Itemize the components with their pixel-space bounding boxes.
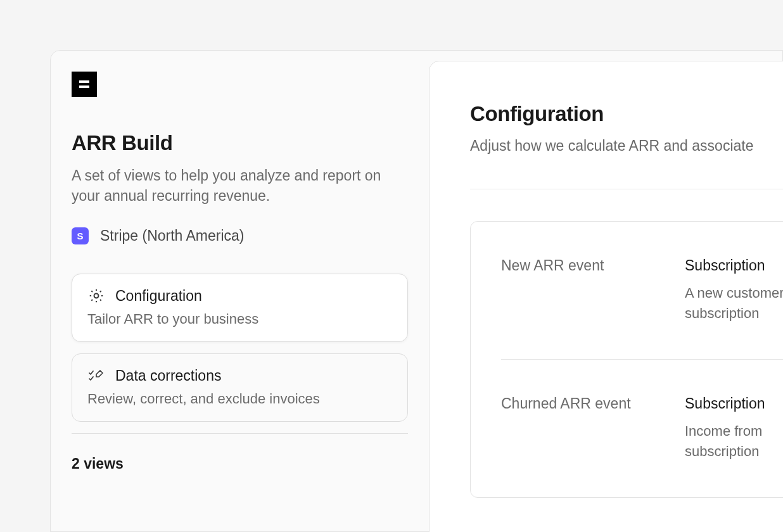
data-source-label: Stripe (North America) bbox=[100, 227, 245, 244]
app-logo[interactable] bbox=[72, 72, 97, 97]
config-row-new-arr: New ARR event Subscription A new custome… bbox=[501, 222, 783, 359]
config-table: New ARR event Subscription A new custome… bbox=[470, 221, 783, 498]
card-subtitle: Tailor ARR to your business bbox=[87, 311, 392, 327]
detail-description: Adjust how we calculate ARR and associat… bbox=[470, 137, 783, 155]
logo-equals-icon bbox=[78, 78, 91, 91]
config-value-title: Subscription bbox=[685, 257, 783, 274]
card-list: Configuration Tailor ARR to your busines… bbox=[72, 274, 408, 422]
left-column: ARR Build A set of views to help you ana… bbox=[51, 51, 429, 531]
config-value-title: Subscription bbox=[685, 395, 783, 412]
detail-title: Configuration bbox=[470, 102, 783, 126]
config-value[interactable]: Subscription A new customer subscription bbox=[685, 257, 783, 324]
card-title: Data corrections bbox=[115, 367, 221, 384]
svg-rect-1 bbox=[79, 86, 89, 88]
card-subtitle: Review, correct, and exclude invoices bbox=[87, 391, 392, 407]
views-heading: 2 views bbox=[72, 455, 408, 472]
stripe-badge-icon: S bbox=[72, 227, 89, 244]
config-label: New ARR event bbox=[501, 257, 659, 274]
main-panel: ARR Build A set of views to help you ana… bbox=[50, 50, 783, 532]
card-configuration[interactable]: Configuration Tailor ARR to your busines… bbox=[72, 274, 408, 342]
detail-pane: Configuration Adjust how we calculate AR… bbox=[429, 61, 783, 532]
card-title: Configuration bbox=[115, 288, 202, 305]
data-source-row[interactable]: S Stripe (North America) bbox=[72, 227, 408, 244]
gear-icon bbox=[87, 287, 105, 305]
svg-rect-0 bbox=[79, 80, 89, 83]
config-label: Churned ARR event bbox=[501, 395, 659, 412]
svg-point-2 bbox=[94, 294, 99, 298]
config-value-desc: Income from subscription bbox=[685, 421, 783, 462]
config-value-desc: A new customer subscription bbox=[685, 283, 783, 324]
card-data-corrections[interactable]: Data corrections Review, correct, and ex… bbox=[72, 353, 408, 422]
edit-list-icon bbox=[87, 367, 105, 384]
page-description: A set of views to help you analyze and r… bbox=[72, 165, 401, 206]
config-row-churned-arr: Churned ARR event Subscription Income fr… bbox=[501, 359, 783, 497]
app-canvas: ARR Build A set of views to help you ana… bbox=[0, 0, 783, 532]
section-divider bbox=[72, 433, 408, 434]
detail-divider bbox=[470, 189, 783, 189]
page-title: ARR Build bbox=[72, 131, 408, 155]
config-value[interactable]: Subscription Income from subscription bbox=[685, 395, 783, 462]
